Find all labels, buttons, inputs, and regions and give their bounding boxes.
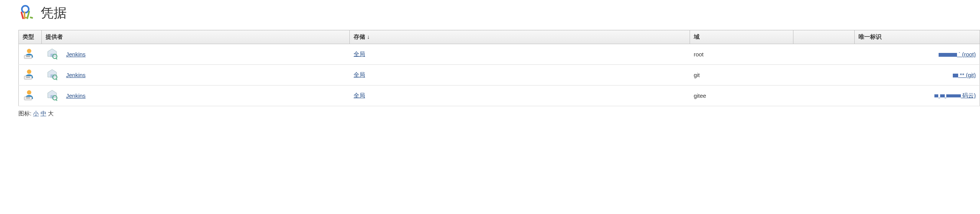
store-link[interactable]: Jenkins — [66, 51, 86, 58]
svg-text:****: **** — [26, 56, 30, 58]
svg-text:****: **** — [26, 76, 30, 79]
table-row: **** Jenkins 全局 gitee — [19, 86, 980, 106]
store-cell: Jenkins — [62, 44, 350, 65]
domain-cell: 全局 — [350, 44, 690, 65]
system-store-icon — [46, 76, 59, 82]
id-cell: ** (git) — [793, 65, 980, 86]
store-cell: Jenkins — [62, 65, 350, 86]
col-header-domain[interactable]: 域 — [690, 30, 793, 44]
domain-link[interactable]: 全局 — [354, 51, 365, 57]
credential-name: root — [694, 51, 704, 58]
keys-icon — [18, 4, 37, 22]
domain-cell: 全局 — [350, 86, 690, 106]
sort-indicator-icon: ↓ — [367, 33, 370, 40]
store-link[interactable]: Jenkins — [66, 92, 86, 99]
icon-size-label: 图标: — [18, 110, 31, 117]
store-link[interactable]: Jenkins — [66, 72, 86, 78]
domain-link[interactable]: 全局 — [354, 92, 365, 99]
credential-id-link[interactable]: 码云) — [934, 92, 976, 99]
name-cell: gitee — [690, 86, 793, 106]
credentials-table: 类型 提供者 存储 ↓ 域 唯一标识 **** — [18, 30, 980, 106]
redacted-segment — [940, 94, 945, 97]
system-store-icon — [46, 96, 59, 103]
svg-point-12 — [27, 69, 31, 74]
icon-size-medium[interactable]: 中 — [41, 110, 46, 117]
svg-point-0 — [22, 6, 29, 13]
store-cell: Jenkins — [62, 86, 350, 106]
col-header-name[interactable] — [793, 30, 855, 44]
id-cell: 码云) — [793, 86, 980, 106]
table-header-row: 类型 提供者 存储 ↓ 域 唯一标识 — [19, 30, 980, 44]
col-header-id[interactable]: 唯一标识 — [855, 30, 980, 44]
redacted-segment — [939, 53, 957, 57]
icon-size-large[interactable]: 大 — [48, 110, 54, 117]
id-cell: ` (root) — [793, 44, 980, 65]
type-cell: **** — [19, 65, 42, 86]
credential-id-link[interactable]: ** (git) — [953, 72, 976, 78]
user-password-icon: **** — [23, 55, 36, 61]
user-password-icon: **** — [23, 76, 36, 82]
col-header-type[interactable]: 类型 — [19, 30, 42, 44]
provider-icon-cell — [42, 86, 62, 106]
provider-icon-cell — [42, 65, 62, 86]
col-header-provider[interactable]: 提供者 — [42, 30, 350, 44]
user-password-icon: **** — [23, 96, 36, 103]
domain-link[interactable]: 全局 — [354, 71, 365, 78]
col-header-store-label: 存储 — [354, 33, 365, 40]
svg-point-6 — [27, 49, 31, 53]
page-header: 凭据 — [0, 4, 980, 30]
col-header-store[interactable]: 存储 ↓ — [350, 30, 690, 44]
name-cell: git — [690, 65, 793, 86]
credential-name: git — [694, 72, 700, 78]
redacted-segment — [934, 94, 938, 97]
provider-icon-cell — [42, 44, 62, 65]
redacted-segment — [953, 74, 958, 77]
domain-cell: 全局 — [350, 65, 690, 86]
table-row: **** Jenkins 全局 root ` ( — [19, 44, 980, 65]
type-cell: **** — [19, 86, 42, 106]
name-cell: root — [690, 44, 793, 65]
svg-text:****: **** — [26, 97, 30, 100]
credential-name: gitee — [694, 92, 706, 99]
svg-rect-4 — [30, 16, 33, 19]
svg-point-18 — [27, 90, 31, 94]
type-cell: **** — [19, 44, 42, 65]
page-title: 凭据 — [41, 4, 67, 22]
credential-id-link[interactable]: ` (root) — [939, 51, 976, 58]
system-store-icon — [46, 55, 59, 61]
icon-size-row: 图标: 小 中 大 — [0, 106, 980, 117]
table-row: **** Jenkins 全局 git ** ( — [19, 65, 980, 86]
icon-size-small[interactable]: 小 — [33, 110, 39, 117]
redacted-segment — [946, 94, 961, 97]
